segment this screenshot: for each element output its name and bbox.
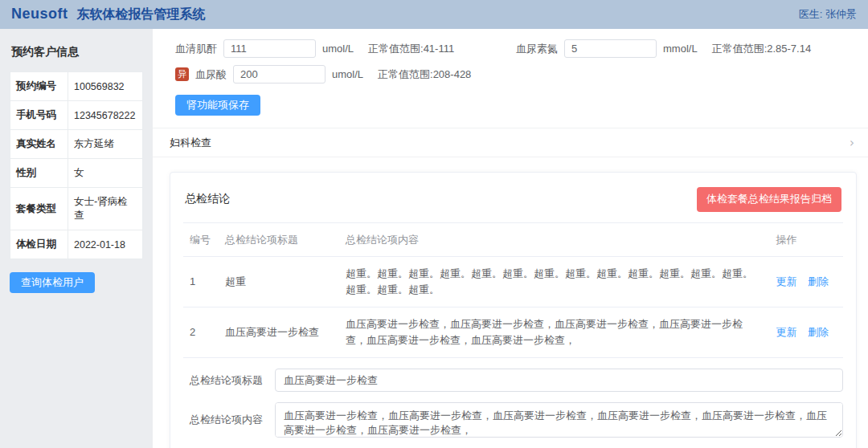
field-value: 东方延绪 (68, 130, 143, 159)
lab-unit: umol/L (322, 43, 354, 55)
lab-label: 血清肌酐 (175, 42, 217, 56)
neusoft-logo: Neusoft (11, 6, 68, 22)
brand: Neusoft 东软体检报告管理系统 (11, 6, 206, 23)
lab-unit: umol/L (332, 68, 363, 80)
column-header-title: 总检结论项标题 (219, 223, 339, 257)
table-row: 真实姓名 东方延绪 (10, 130, 143, 159)
update-link[interactable]: 更新 (776, 326, 796, 338)
blood-uric-acid-input[interactable] (233, 65, 326, 83)
conclusion-title-label: 总检结论项标题 (190, 373, 264, 388)
conclusion-content-label: 总检结论项内容 (190, 413, 264, 427)
gynecology-collapse-row[interactable]: 妇科检查 › (153, 128, 868, 157)
row-content: 血压高要进一步检查，血压高要进一步检查，血压高要进一步检查，血压高要进一步检查，… (339, 307, 769, 357)
save-kidney-items-button[interactable]: 肾功能项保存 (175, 95, 260, 116)
column-header-actions: 操作 (769, 223, 843, 257)
lab-normal-range: 正常值范围:41-111 (368, 42, 454, 56)
table-row: 手机号码 12345678222 (10, 101, 143, 130)
update-link[interactable]: 更新 (776, 275, 796, 287)
field-label: 真实姓名 (10, 130, 68, 159)
table-row: 预约编号 100569832 (10, 72, 143, 101)
sidebar: 预约客户信息 预约编号 100569832 手机号码 12345678222 真… (0, 29, 153, 448)
table-row: 1 超重 超重。超重。超重。超重。超重。超重。超重。超重。超重。超重。超重。超重… (183, 256, 843, 307)
panel-title: 总检结论 (185, 192, 230, 206)
abnormal-badge: 异 (175, 67, 189, 81)
row-content: 超重。超重。超重。超重。超重。超重。超重。超重。超重。超重。超重。超重。超重。超… (339, 256, 769, 307)
conclusion-content-form-row: 总检结论项内容 血压高要进一步检查，血压高要进一步检查，血压高要进一步检查，血压… (183, 402, 843, 438)
lab-grid: 血清肌酐 umol/L 正常值范围:41-111 血尿素氮 mmol/L 正常值… (170, 39, 857, 84)
lab-label: 血尿素氮 (516, 42, 558, 56)
app-title: 东软体检报告管理系统 (77, 6, 206, 23)
kidney-lab-section: 血清肌酐 umol/L 正常值范围:41-111 血尿素氮 mmol/L 正常值… (170, 39, 857, 116)
lab-label: 血尿酸 (195, 67, 227, 82)
archive-report-button[interactable]: 体检套餐总检结果报告归档 (697, 187, 841, 211)
field-label: 体检日期 (10, 230, 68, 259)
conclusion-title-input[interactable] (275, 369, 843, 392)
gynecology-section-title: 妇科检查 (170, 136, 211, 150)
table-row: 2 血压高要进一步检查 血压高要进一步检查，血压高要进一步检查，血压高要进一步检… (183, 307, 843, 357)
table-row: 性别 女 (10, 159, 143, 188)
row-id: 1 (183, 256, 219, 307)
conclusion-panel-header: 总检结论 体检套餐总检结果报告归档 (183, 185, 843, 222)
lab-item-blood-uric-acid: 异 血尿酸 umol/L 正常值范围:208-428 (175, 64, 516, 84)
lab-unit: mmol/L (663, 43, 698, 55)
delete-link[interactable]: 删除 (808, 275, 829, 287)
query-user-button[interactable]: 查询体检用户 (10, 272, 95, 293)
field-label: 套餐类型 (10, 188, 68, 230)
doctor-info: 医生: 张仲景 (799, 7, 857, 22)
table-header-row: 编号 总检结论项标题 总检结论项内容 操作 (183, 223, 843, 257)
field-value: 100569832 (68, 72, 143, 101)
field-label: 预约编号 (10, 72, 68, 101)
field-value: 女 (68, 159, 143, 188)
main-content: 血清肌酐 umol/L 正常值范围:41-111 血尿素氮 mmol/L 正常值… (153, 29, 868, 448)
conclusion-content-textarea[interactable]: 血压高要进一步检查，血压高要进一步检查，血压高要进一步检查，血压高要进一步检查，… (275, 402, 843, 438)
conclusion-panel: 总检结论 体检套餐总检结果报告归档 编号 总检结论项标题 总检结论项内容 操作 … (170, 172, 857, 448)
conclusion-title-form-row: 总检结论项标题 (183, 369, 843, 392)
delete-link[interactable]: 删除 (808, 326, 829, 338)
field-value: 女士-肾病检查 (68, 188, 143, 230)
row-actions: 更新 删除 (769, 256, 843, 307)
serum-creatinine-input[interactable] (223, 39, 316, 58)
conclusion-table: 编号 总检结论项标题 总检结论项内容 操作 1 超重 超重。超重。超重。超重。超… (183, 223, 843, 359)
row-title: 超重 (219, 256, 339, 307)
row-actions: 更新 删除 (769, 307, 843, 357)
table-row: 体检日期 2022-01-18 (10, 230, 143, 259)
app-header: Neusoft 东软体检报告管理系统 医生: 张仲景 (0, 0, 868, 29)
lab-normal-range: 正常值范围:208-428 (378, 67, 471, 82)
column-header-id: 编号 (183, 223, 219, 257)
field-label: 手机号码 (10, 101, 68, 130)
field-label: 性别 (10, 159, 68, 188)
chevron-right-icon: › (850, 136, 854, 150)
field-value: 12345678222 (68, 101, 143, 130)
row-title: 血压高要进一步检查 (219, 307, 339, 357)
customer-info-table: 预约编号 100569832 手机号码 12345678222 真实姓名 东方延… (10, 71, 143, 259)
lab-item-serum-creatinine: 血清肌酐 umol/L 正常值范围:41-111 (175, 39, 516, 59)
lab-normal-range: 正常值范围:2.85-7.14 (712, 42, 812, 56)
blood-urea-nitrogen-input[interactable] (564, 39, 657, 58)
table-row: 套餐类型 女士-肾病检查 (10, 188, 143, 230)
sidebar-title: 预约客户信息 (11, 45, 143, 59)
row-id: 2 (183, 307, 219, 357)
lab-item-blood-urea-nitrogen: 血尿素氮 mmol/L 正常值范围:2.85-7.14 (516, 39, 857, 59)
field-value: 2022-01-18 (68, 230, 143, 259)
column-header-content: 总检结论项内容 (339, 223, 769, 257)
layout: 预约客户信息 预约编号 100569832 手机号码 12345678222 真… (0, 29, 868, 448)
